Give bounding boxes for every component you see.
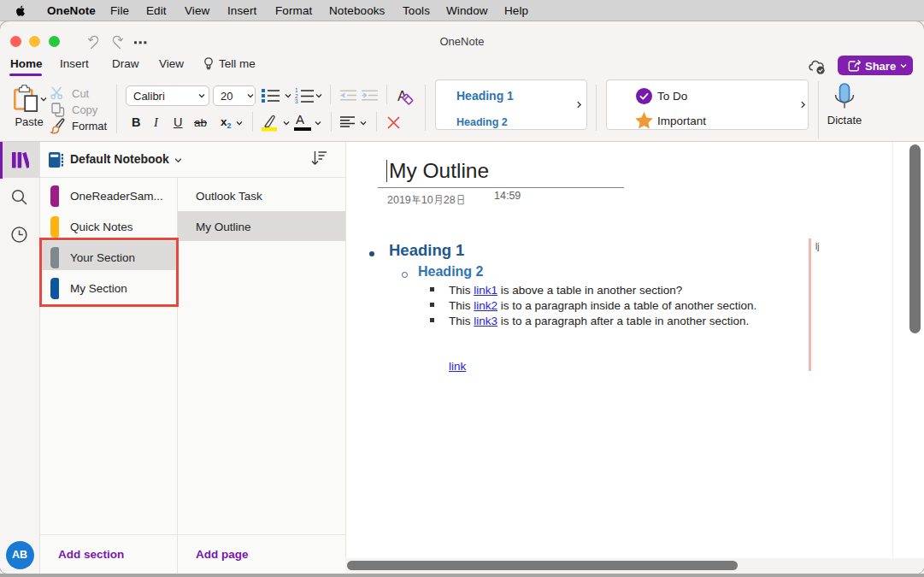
svg-text:3: 3: [295, 98, 298, 103]
